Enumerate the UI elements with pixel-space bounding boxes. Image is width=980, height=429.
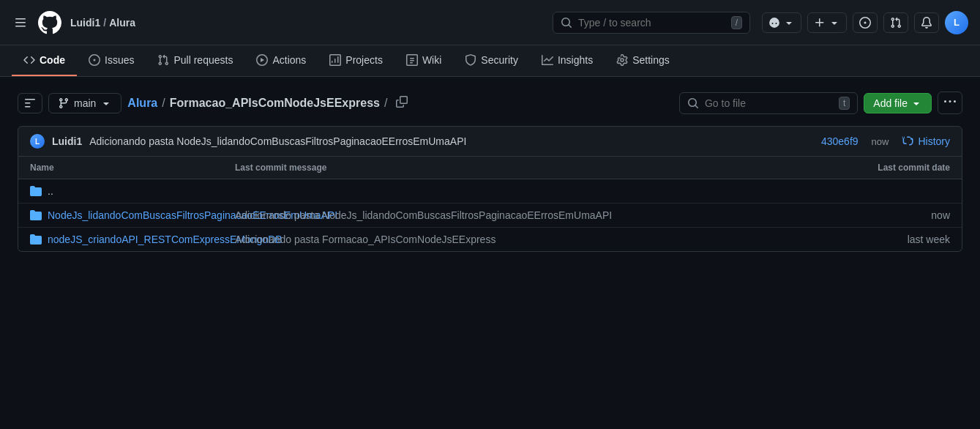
commit-avatar: L [30,134,45,149]
tab-projects-label: Projects [345,54,383,66]
commit-hash-link[interactable]: 430e6f9 [821,135,859,147]
copilot-button[interactable] [762,12,801,33]
issues-button[interactable] [853,12,878,33]
add-file-label: Add file [873,97,908,109]
tab-settings[interactable]: Settings [605,45,681,76]
nodejs-commit-msg: Adicionando pasta NodeJs_lidandoComBusca… [235,209,818,221]
breadcrumb-path-sep: / [162,97,165,110]
projects-tab-icon [329,54,341,66]
file-table: Name Last commit message Last commit dat… [18,157,962,252]
plus-chevron-icon [828,17,840,29]
pull-request-icon [890,17,902,29]
bell-icon [921,17,932,29]
col-name: Name [30,163,235,173]
breadcrumb-owner-link[interactable]: Alura [127,97,157,110]
breadcrumb-repo[interactable]: Alura [109,17,135,29]
pull-requests-button[interactable] [883,12,908,33]
branch-selector[interactable]: main [48,93,121,113]
breadcrumb-sep1: / [103,17,106,29]
pr-tab-icon [157,54,169,66]
file-breadcrumb: Alura / Formacao_APIsComNodeJsEExpress / [127,97,387,110]
criando-commit-date: last week [818,234,950,245]
ellipsis-icon [944,96,956,108]
tab-code-label: Code [40,54,65,66]
file-name-nodejs: NodeJs_lidandoComBuscasFiltrosPaginacaoE… [30,209,235,221]
history-icon [902,135,913,147]
tab-insights-label: Insights [558,54,593,66]
goto-file-bar[interactable]: t [679,92,858,114]
main-content: main Alura / Formacao_APIsComNodeJsEExpr… [0,77,980,266]
breadcrumb-trail-sep: / [384,97,387,110]
plus-icon [814,17,826,29]
nodejs-commit-date: now [818,209,950,221]
folder-icon [30,209,42,221]
table-row: .. [18,179,962,204]
chevron-down-icon [783,17,795,29]
parent-dir-name: .. [48,185,53,197]
settings-tab-icon [616,54,628,66]
breadcrumb-user[interactable]: Luidi1 [70,17,100,29]
history-button[interactable]: History [902,135,950,147]
code-icon [23,54,35,66]
search-bar[interactable]: / [553,12,750,34]
add-file-chevron-icon [910,97,922,109]
plus-button[interactable] [807,12,847,33]
file-table-header: Name Last commit message Last commit dat… [18,157,962,179]
tab-security[interactable]: Security [453,45,530,76]
tab-security-label: Security [481,54,518,66]
goto-file-input[interactable] [705,97,833,109]
search-kbd: / [731,16,742,29]
history-label: History [918,135,950,147]
issues-tab-icon [89,54,100,66]
file-name-criando: nodeJS_criandoAPI_RESTComExpressEMongoDB [30,234,235,245]
breadcrumb-nav: Luidi1 / Alura [70,17,135,29]
repo-toolbar: main Alura / Formacao_APIsComNodeJsEExpr… [18,92,962,114]
notifications-button[interactable] [914,12,939,33]
criando-commit-msg: Adicionando pasta Formacao_APIsComNodeJs… [235,234,818,245]
col-commit-date: Last commit date [818,163,950,173]
commit-message: Adicionando pasta NodeJs_lidandoComBusca… [89,135,814,147]
tab-projects[interactable]: Projects [318,45,394,76]
commit-bar: L Luidi1 Adicionando pasta NodeJs_lidand… [18,126,962,157]
tab-wiki[interactable]: Wiki [394,45,453,76]
folder-icon [30,185,42,197]
github-logo[interactable] [38,11,61,34]
tab-pull-requests[interactable]: Pull requests [146,45,244,76]
avatar[interactable]: L [945,11,968,34]
tab-actions[interactable]: Actions [244,45,318,76]
commit-time: now [872,136,889,147]
tab-wiki-label: Wiki [422,54,441,66]
col-commit-msg: Last commit message [235,163,818,173]
goto-kbd: t [839,97,850,110]
issues-icon [859,17,871,29]
actions-tab-icon [256,54,268,66]
search-input[interactable] [578,17,725,29]
header: Luidi1 / Alura / [0,0,980,45]
branch-name: main [74,97,96,109]
hamburger-button[interactable] [12,14,29,31]
more-options-button[interactable] [938,92,962,114]
goto-search-icon [687,97,699,109]
tab-issues-label: Issues [105,54,134,66]
header-right: L [762,11,968,34]
wiki-tab-icon [406,54,418,66]
copy-path-button[interactable] [393,93,411,113]
tab-actions-label: Actions [272,54,306,66]
tab-code[interactable]: Code [12,45,77,76]
file-name-parent: .. [30,185,235,197]
tab-issues[interactable]: Issues [77,45,146,76]
folder-icon [30,234,42,245]
search-icon [561,17,572,29]
branch-icon [58,97,70,109]
branch-chevron-icon [100,97,112,109]
copy-icon [396,96,408,108]
commit-user-link[interactable]: Luidi1 [52,135,82,147]
table-row: NodeJs_lidandoComBuscasFiltrosPaginacaoE… [18,204,962,228]
tab-insights[interactable]: Insights [530,45,605,76]
tab-settings-label: Settings [632,54,670,66]
sidebar-toggle-button[interactable] [18,93,42,113]
sidebar-toggle-icon [24,97,36,109]
add-file-button[interactable]: Add file [864,93,932,113]
header-left: Luidi1 / Alura [12,11,541,34]
breadcrumb-repo-name: Formacao_APIsComNodeJsEExpress [170,97,380,110]
